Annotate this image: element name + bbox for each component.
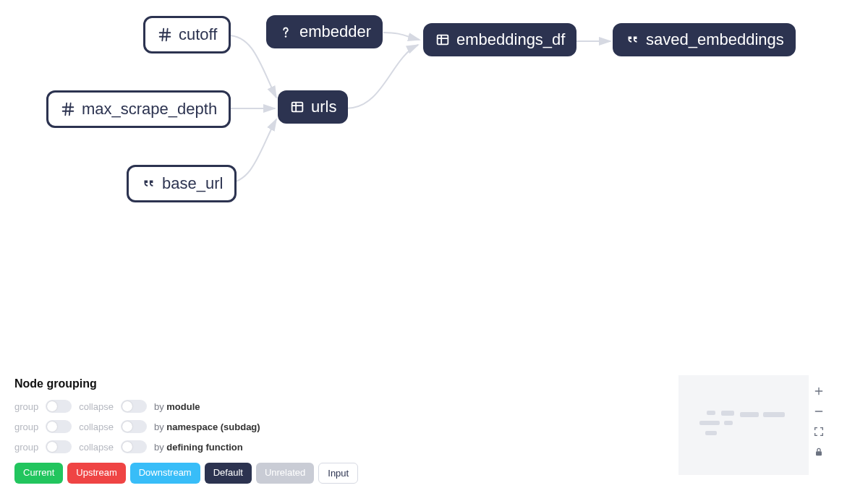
toggle-label: collapse: [79, 442, 114, 453]
table-icon: [289, 99, 305, 115]
badge-downstream[interactable]: Downstream: [130, 463, 200, 484]
hash-icon: [60, 101, 76, 117]
grouping-row-module: group collapse by module: [14, 396, 665, 416]
table-icon: [435, 32, 451, 48]
badge-unrelated[interactable]: Unrelated: [256, 463, 314, 484]
node-base-url[interactable]: base_url: [127, 165, 237, 202]
panel-node-grouping: Node grouping group collapse by module g…: [14, 377, 665, 484]
badge-upstream[interactable]: Upstream: [67, 463, 125, 484]
minimap[interactable]: [678, 375, 809, 475]
grouping-row-defining-function: group collapse by defining function: [14, 437, 665, 457]
node-saved-embeddings[interactable]: saved_embeddings: [613, 23, 796, 56]
toggle-collapse-namespace[interactable]: [121, 420, 147, 433]
minus-icon: [813, 406, 825, 417]
toggle-label: collapse: [79, 421, 114, 432]
node-embedder[interactable]: embedder: [266, 15, 383, 48]
node-label: embedder: [299, 22, 371, 41]
toggle-group-module[interactable]: [46, 400, 72, 413]
node-cutoff[interactable]: cutoff: [143, 16, 231, 53]
svg-rect-2: [292, 103, 303, 112]
node-max-scrape-depth[interactable]: max_scrape_depth: [46, 90, 231, 128]
toggle-collapse-defining-function[interactable]: [121, 440, 147, 453]
svg-point-0: [285, 35, 287, 38]
minimap-content: [699, 411, 788, 440]
grouping-description: by namespace (subdag): [154, 421, 260, 432]
zoom-in-button[interactable]: [812, 384, 826, 398]
zoom-controls: [812, 384, 826, 459]
plus-icon: [813, 385, 825, 397]
question-icon: [278, 24, 294, 40]
node-label: base_url: [162, 174, 223, 193]
hash-icon: [157, 27, 173, 43]
quote-icon: [624, 32, 640, 48]
node-label: cutoff: [179, 25, 217, 44]
badge-default[interactable]: Default: [205, 463, 252, 484]
fit-view-button[interactable]: [812, 424, 826, 439]
svg-rect-3: [816, 451, 822, 455]
lock-button[interactable]: [812, 445, 826, 459]
badge-current[interactable]: Current: [14, 463, 63, 484]
node-label: max_scrape_depth: [82, 100, 217, 119]
lock-icon: [813, 446, 825, 458]
node-label: saved_embeddings: [646, 30, 784, 49]
toggle-label: group: [14, 401, 38, 412]
svg-rect-1: [438, 35, 448, 45]
node-urls[interactable]: urls: [278, 90, 348, 124]
grouping-description: by defining function: [154, 442, 243, 453]
panel-title: Node grouping: [14, 377, 665, 390]
node-label: urls: [311, 98, 336, 116]
toggle-group-defining-function[interactable]: [46, 440, 72, 453]
zoom-out-button[interactable]: [812, 404, 826, 419]
toggle-collapse-module[interactable]: [121, 400, 147, 413]
toggle-label: group: [14, 442, 38, 453]
expand-icon: [813, 426, 825, 437]
toggle-label: group: [14, 421, 38, 432]
node-label: embeddings_df: [456, 30, 565, 49]
node-embeddings-df[interactable]: embeddings_df: [423, 23, 576, 56]
grouping-row-namespace: group collapse by namespace (subdag): [14, 416, 665, 437]
quote-icon: [140, 176, 156, 192]
toggle-group-namespace[interactable]: [46, 420, 72, 433]
badge-input[interactable]: Input: [318, 463, 358, 484]
toggle-label: collapse: [79, 401, 114, 412]
dag-canvas[interactable]: cutoff embedder embeddings_df saved_embe…: [0, 0, 868, 488]
legend-badges: Current Upstream Downstream Default Unre…: [14, 463, 665, 484]
grouping-description: by module: [154, 401, 200, 412]
